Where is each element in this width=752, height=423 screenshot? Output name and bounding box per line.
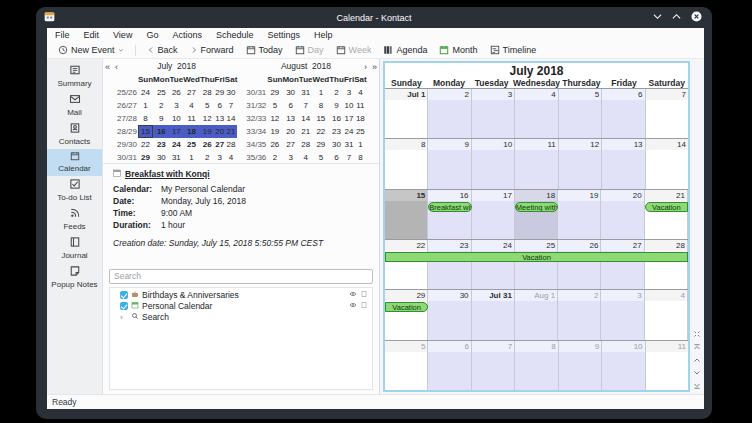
menu-item-view[interactable]: View xyxy=(113,30,132,40)
mini-day[interactable]: 8 xyxy=(138,112,153,125)
month-day-cell[interactable]: 5 xyxy=(559,89,602,138)
month-day-cell[interactable]: 7 xyxy=(472,341,515,390)
mini-day[interactable]: 1 xyxy=(312,86,329,99)
calendar-list-item[interactable]: ›Search xyxy=(110,312,372,323)
mini-day[interactable]: 6 xyxy=(282,99,298,112)
mini-day[interactable]: 12 xyxy=(267,112,282,125)
month-day-cell[interactable]: 29 xyxy=(385,290,428,339)
month-day-cell[interactable]: 21 xyxy=(645,190,688,239)
mini-day[interactable]: 29 xyxy=(312,138,329,151)
sidebar-item-mail[interactable]: Mail xyxy=(47,91,102,120)
mini-day[interactable]: 27 xyxy=(215,138,225,151)
month-day-cell[interactable]: 13 xyxy=(602,139,645,188)
sidebar-item-journal[interactable]: Journal xyxy=(47,234,102,263)
mini-day[interactable]: 30 xyxy=(282,86,298,99)
month-day-cell[interactable]: 27 xyxy=(601,240,644,289)
mini-day[interactable]: 30 xyxy=(153,151,169,164)
month-day-cell[interactable]: Jul 31 xyxy=(472,290,515,339)
month-day-cell[interactable]: 11 xyxy=(646,341,688,390)
scroll-up-icon[interactable] xyxy=(693,356,701,364)
mini-day[interactable]: 14 xyxy=(299,112,313,125)
month-day-cell[interactable]: 23 xyxy=(428,240,471,289)
mini-day[interactable]: 1 xyxy=(183,151,200,164)
month-day-cell[interactable]: 5 xyxy=(385,341,428,390)
scroll-down-icon[interactable] xyxy=(693,369,701,377)
fit-icon[interactable] xyxy=(693,330,701,338)
mini-day[interactable]: 7 xyxy=(299,99,313,112)
month-day-cell[interactable]: 26 xyxy=(558,240,601,289)
eye-icon[interactable] xyxy=(349,290,357,300)
month-day-cell[interactable]: 14 xyxy=(646,139,688,188)
mini-day[interactable]: 4 xyxy=(225,151,237,164)
eye-icon[interactable] xyxy=(349,301,357,311)
page-icon[interactable] xyxy=(360,301,368,311)
mini-day[interactable]: 8 xyxy=(312,99,329,112)
mini-day[interactable]: 13 xyxy=(282,112,298,125)
mini-day[interactable]: 23 xyxy=(153,138,169,151)
prev-month-button[interactable]: ‹ xyxy=(115,62,118,72)
event-bar[interactable]: Vacation xyxy=(645,202,688,212)
menu-item-go[interactable]: Go xyxy=(146,30,158,40)
new-event-button[interactable]: New Event xyxy=(53,43,129,57)
mini-day[interactable]: 3 xyxy=(282,151,298,164)
month-day-cell[interactable]: 9 xyxy=(428,139,471,188)
close-button[interactable] xyxy=(691,11,702,24)
month-day-cell[interactable]: 10 xyxy=(472,139,515,188)
month-day-cell[interactable]: 6 xyxy=(428,341,471,390)
mini-day[interactable]: 5 xyxy=(267,99,282,112)
mini-day[interactable]: 25 xyxy=(153,86,169,99)
mini-day[interactable]: 10 xyxy=(170,112,184,125)
forward-button[interactable]: Forward xyxy=(185,43,239,57)
menu-item-actions[interactable]: Actions xyxy=(172,30,202,40)
mini-day[interactable]: 3 xyxy=(344,86,354,99)
month-day-cell[interactable]: 16 xyxy=(428,190,471,239)
mini-day[interactable]: 31 xyxy=(344,138,354,151)
month-button[interactable]: Month xyxy=(434,43,482,57)
mini-day[interactable]: 30 xyxy=(225,86,237,99)
mini-day[interactable]: 27 xyxy=(183,86,200,99)
month-day-cell[interactable]: 25 xyxy=(515,240,558,289)
mini-day[interactable]: 28 xyxy=(225,138,237,151)
mini-day[interactable]: 1 xyxy=(138,99,153,112)
mini-day[interactable]: 29 xyxy=(138,151,153,164)
mini-day[interactable]: 20 xyxy=(282,125,298,138)
month-day-cell[interactable]: 9 xyxy=(559,341,602,390)
mini-day[interactable]: 29 xyxy=(267,86,282,99)
month-day-cell[interactable]: 8 xyxy=(385,139,428,188)
mini-day[interactable]: 11 xyxy=(354,99,366,112)
mini-day[interactable]: 8 xyxy=(354,151,366,164)
event-bar[interactable]: Vacation xyxy=(385,302,428,312)
calendar-list-item[interactable]: Personal Calendar xyxy=(110,301,372,312)
mini-day[interactable]: 20 xyxy=(215,125,225,138)
mini-day[interactable]: 31 xyxy=(299,86,313,99)
next-year-button[interactable]: » xyxy=(372,62,377,72)
mini-day[interactable]: 26 xyxy=(267,138,282,151)
mini-day[interactable]: 15 xyxy=(138,125,153,138)
mini-day[interactable]: 3 xyxy=(215,151,225,164)
event-title-link[interactable]: Breakfast with Konqi xyxy=(125,169,210,179)
sidebar-item-contacts[interactable]: Contacts xyxy=(47,120,102,149)
mini-day[interactable]: 21 xyxy=(225,125,237,138)
mini-day[interactable]: 26 xyxy=(170,86,184,99)
search-input[interactable] xyxy=(109,269,373,284)
mini-day[interactable]: 22 xyxy=(312,125,329,138)
mini-day[interactable]: 31 xyxy=(170,151,184,164)
mini-day[interactable]: 4 xyxy=(354,86,366,99)
mini-day[interactable]: 17 xyxy=(170,125,184,138)
scroll-bottom-icon[interactable] xyxy=(693,382,701,390)
mini-day[interactable]: 26 xyxy=(200,138,215,151)
month-day-cell[interactable]: 10 xyxy=(602,341,645,390)
back-button[interactable]: Back xyxy=(142,43,183,57)
agenda-button[interactable]: Agenda xyxy=(378,43,432,57)
sidebar-item-popup-notes[interactable]: Popup Notes xyxy=(47,263,102,292)
event-bar[interactable]: Vacation xyxy=(385,252,688,262)
mini-day[interactable]: 24 xyxy=(344,125,354,138)
mini-day[interactable]: 23 xyxy=(329,125,344,138)
mini-day[interactable]: 6 xyxy=(329,151,344,164)
mini-day[interactable]: 6 xyxy=(215,99,225,112)
mini-day[interactable]: 5 xyxy=(312,151,329,164)
sidebar-item-summary[interactable]: Summary xyxy=(47,62,102,91)
month-day-cell[interactable]: 8 xyxy=(515,341,558,390)
event-bar[interactable]: Breakfast with... xyxy=(428,202,471,212)
month-day-cell[interactable]: 15 xyxy=(385,190,428,239)
